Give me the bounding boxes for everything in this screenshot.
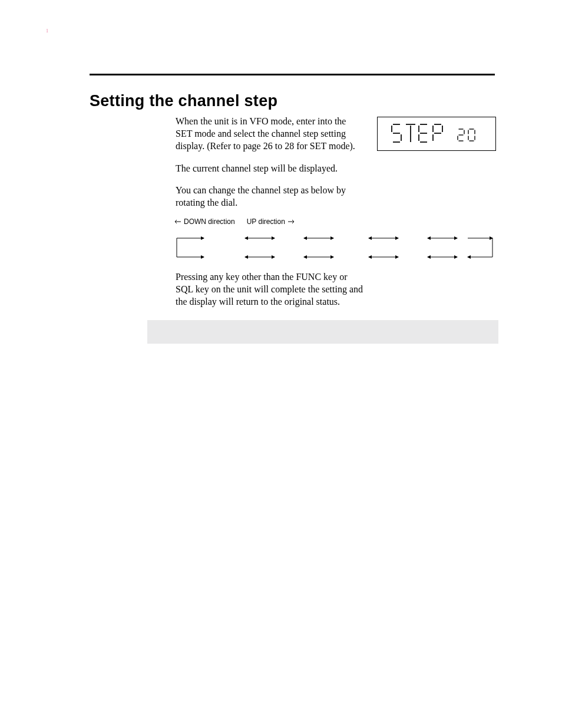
down-direction-label: DOWN direction	[174, 218, 235, 226]
arrow-right-icon	[287, 219, 295, 224]
grey-band	[147, 320, 498, 344]
down-direction-text: DOWN direction	[184, 218, 235, 226]
page-title: Setting the channel step	[90, 92, 277, 110]
direction-labels: DOWN direction UP direction	[174, 218, 295, 226]
body-paragraph-2: The current channel step will be display…	[176, 163, 364, 175]
lcd-display	[377, 117, 496, 151]
step-flow-diagram	[174, 229, 495, 264]
up-direction-text: UP direction	[247, 218, 285, 226]
up-direction-label: UP direction	[247, 218, 295, 226]
horizontal-rule	[90, 74, 495, 75]
body-paragraph-4: Pressing any key other than the FUNC key…	[176, 271, 364, 308]
lcd-seven-segment	[384, 121, 490, 147]
body-paragraph-3: You can change the channel step as below…	[176, 185, 364, 209]
body-paragraph-1: When the unit is in VFO mode, enter into…	[176, 116, 364, 152]
arrow-left-icon	[174, 219, 181, 224]
page-mark: 1	[46, 28, 48, 34]
